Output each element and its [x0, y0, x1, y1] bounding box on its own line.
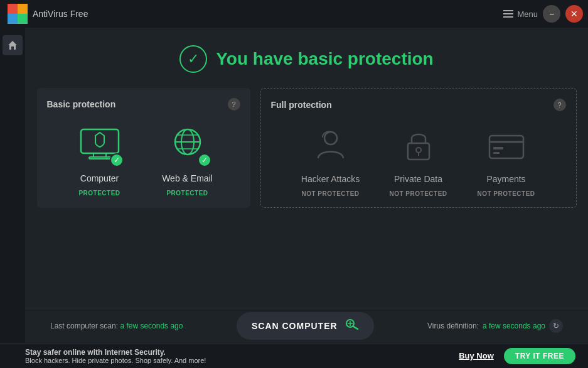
protection-cards: Basic protection ? ✓ Computer	[37, 88, 577, 208]
full-card-header: Full protection ?	[271, 99, 566, 111]
payments-item: Payments NOT PROTECTED	[469, 124, 544, 197]
title-bar: AntiVirus Free Menu − ✕	[0, 0, 588, 28]
refresh-button[interactable]: ↻	[549, 319, 563, 333]
basic-items-row: ✓ Computer PROTECTED	[47, 123, 240, 197]
computer-item: ✓ Computer PROTECTED	[62, 123, 137, 197]
menu-button[interactable]: Menu	[503, 9, 538, 19]
svg-line-24	[353, 327, 358, 330]
payments-icon	[484, 127, 528, 165]
web-email-status: PROTECTED	[166, 190, 208, 197]
app-logo: AntiVirus Free	[8, 4, 88, 24]
scan-time: a few seconds ago	[120, 322, 183, 330]
footer-actions: Buy Now TRY IT FREE	[459, 348, 575, 364]
last-scan-info: Last computer scan: a few seconds ago	[50, 322, 183, 330]
svg-rect-22	[493, 152, 500, 154]
try-free-button[interactable]: TRY IT FREE	[504, 348, 575, 364]
svg-rect-9	[89, 157, 110, 159]
svg-rect-3	[18, 14, 28, 24]
web-email-protected-badge: ✓	[198, 153, 211, 167]
computer-status: PROTECTED	[78, 190, 120, 197]
full-card-title: Full protection	[271, 100, 332, 110]
hacker-icon	[309, 127, 353, 165]
full-protection-card: Full protection ? Hacker Attacks NOT PRO…	[260, 88, 577, 208]
private-data-status: NOT PROTECTED	[389, 190, 447, 197]
svg-point-15	[324, 132, 337, 144]
close-button[interactable]: ✕	[565, 5, 583, 23]
svg-rect-1	[18, 4, 28, 14]
svg-rect-21	[493, 147, 503, 149]
footer-text: Stay safer online with Internet Security…	[25, 348, 206, 364]
avg-logo-icon	[8, 4, 28, 24]
minimize-button[interactable]: −	[543, 5, 560, 23]
hamburger-icon	[503, 10, 513, 18]
web-email-icon-wrap: ✓	[163, 123, 213, 167]
scan-computer-button[interactable]: SCAN COMPUTER	[237, 312, 374, 340]
svg-rect-0	[8, 4, 18, 14]
svg-rect-16	[408, 143, 429, 160]
svg-rect-6	[503, 16, 513, 18]
hacker-attacks-item: Hacker Attacks NOT PROTECTED	[293, 124, 368, 197]
window-controls: Menu − ✕	[503, 5, 583, 23]
protection-header: ✓ You have basic protection	[179, 28, 433, 88]
private-data-label: Private Data	[394, 174, 442, 184]
payments-status: NOT PROTECTED	[477, 190, 535, 197]
basic-protection-card: Basic protection ? ✓ Computer	[37, 88, 250, 208]
virus-time: a few seconds ago	[483, 322, 545, 330]
payments-label: Payments	[486, 174, 525, 184]
scan-icon	[345, 318, 359, 333]
main-content: ✓ You have basic protection Basic protec…	[25, 28, 588, 313]
private-data-icon	[397, 127, 441, 165]
web-email-label: Web & Email	[162, 173, 213, 183]
protection-title: You have basic protection	[216, 49, 433, 69]
sidebar-home-button[interactable]	[3, 35, 23, 55]
svg-rect-5	[503, 13, 513, 14]
home-icon	[8, 40, 18, 50]
footer-banner: Stay safer online with Internet Security…	[0, 343, 588, 368]
hacker-icon-wrap	[306, 124, 356, 168]
computer-protected-badge: ✓	[110, 153, 124, 167]
computer-label: Computer	[80, 173, 119, 183]
basic-help-button[interactable]: ?	[228, 98, 240, 111]
private-data-item: Private Data NOT PROTECTED	[381, 124, 456, 197]
private-data-icon-wrap	[393, 124, 444, 168]
basic-card-header: Basic protection ?	[47, 98, 240, 111]
hacker-label: Hacker Attacks	[301, 174, 360, 184]
sidebar	[0, 28, 25, 368]
app-title: AntiVirus Free	[33, 9, 88, 19]
virus-definition-info: Virus definition: a few seconds ago ↻	[427, 319, 563, 333]
payments-icon-wrap	[481, 124, 532, 168]
check-circle-icon: ✓	[179, 45, 207, 73]
computer-icon-wrap: ✓	[75, 123, 125, 167]
full-items-row: Hacker Attacks NOT PROTECTED Private Dat…	[271, 124, 566, 197]
full-help-button[interactable]: ?	[553, 99, 566, 111]
svg-rect-2	[8, 14, 18, 24]
bottom-bar: Last computer scan: a few seconds ago SC…	[25, 308, 588, 343]
hacker-status: NOT PROTECTED	[301, 190, 359, 197]
svg-rect-4	[503, 10, 513, 11]
web-email-item: ✓ Web & Email PROTECTED	[150, 123, 225, 197]
buy-now-link[interactable]: Buy Now	[459, 351, 494, 360]
scan-search-icon	[345, 318, 359, 330]
svg-point-17	[416, 148, 421, 153]
basic-card-title: Basic protection	[47, 99, 116, 109]
